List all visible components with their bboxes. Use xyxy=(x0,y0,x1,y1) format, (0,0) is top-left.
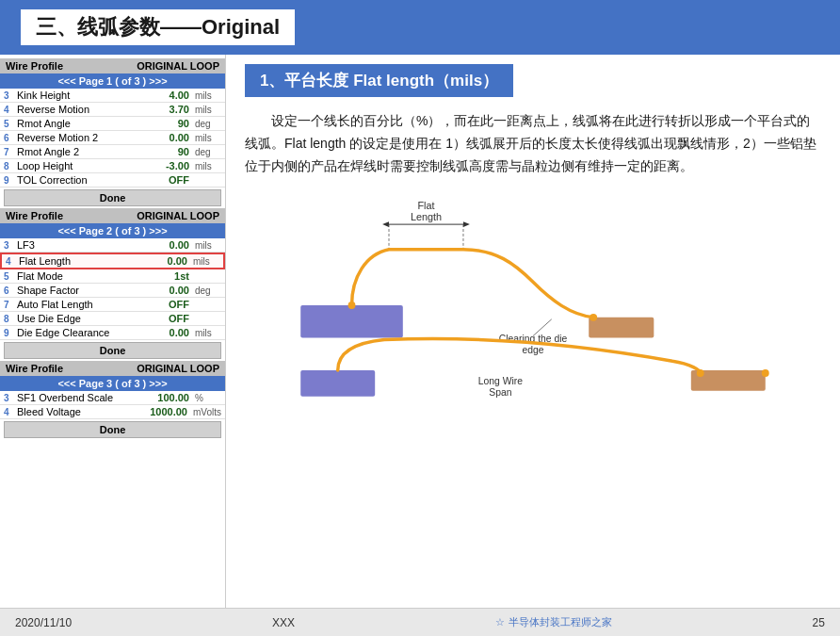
param-row-kink-height: 3 Kink Height 4.00 mils xyxy=(0,89,225,103)
section-header-2: Wire Profile ORIGINAL LOOP xyxy=(0,208,225,223)
diagram-area: Flat Length Clearing the die edge xyxy=(245,192,821,418)
logo-icon: ☆ xyxy=(495,616,505,628)
svg-rect-12 xyxy=(300,370,375,397)
section-header-label-2: Wire Profile xyxy=(6,210,63,221)
svg-point-19 xyxy=(590,314,597,321)
page-nav-1[interactable]: <<< Page 1 ( of 3 ) >>> xyxy=(0,73,225,89)
footer-label: XXX xyxy=(272,616,295,629)
description-text: 设定一个线长的百分比（%），而在此一距离点上，线弧将在此进行转折以形成一个平台式… xyxy=(245,110,821,177)
section-header-value-2: ORIGINAL LOOP xyxy=(137,210,219,221)
right-panel: 1、平台长度 Flat length（mils） 设定一个线长的百分比（%），而… xyxy=(226,55,840,611)
done-button-2[interactable]: Done xyxy=(4,342,221,359)
wire-profile-section-3: Wire Profile ORIGINAL LOOP <<< Page 3 ( … xyxy=(0,361,225,438)
svg-marker-3 xyxy=(382,222,389,228)
footer-date: 2020/11/10 xyxy=(15,616,72,629)
param-row-rmot-angle-2: 7 Rmot Angle 2 90 deg xyxy=(0,145,225,159)
section-title: 1、平台长度 Flat length（mils） xyxy=(245,64,513,97)
section-header-value-3: ORIGINAL LOOP xyxy=(137,363,219,374)
svg-rect-8 xyxy=(589,318,654,338)
param-row-rmot-angle: 5 Rmot Angle 90 deg xyxy=(0,117,225,131)
section-header-label-1: Wire Profile xyxy=(6,60,63,72)
svg-text:Span: Span xyxy=(489,387,511,398)
param-row-bleed-voltage: 4 Bleed Voltage 1000.00 mVolts xyxy=(0,405,225,419)
param-row-die-edge-clearance: 9 Die Edge Clearance 0.00 mils xyxy=(0,326,225,340)
done-button-1[interactable]: Done xyxy=(4,189,221,206)
svg-text:Long Wire: Long Wire xyxy=(478,376,523,386)
param-row-sf1-overbend: 3 SF1 Overbend Scale 100.00 % xyxy=(0,391,225,405)
param-row-shape-factor: 6 Shape Factor 0.00 deg xyxy=(0,284,225,298)
wire-profile-section-2: Wire Profile ORIGINAL LOOP <<< Page 2 ( … xyxy=(0,208,225,359)
section-header-3: Wire Profile ORIGINAL LOOP xyxy=(0,361,225,376)
section-header-1: Wire Profile ORIGINAL LOOP xyxy=(0,58,225,73)
param-row-lf3: 3 LF3 0.00 mils xyxy=(0,238,225,253)
footer-logo: ☆ 半导体封装工程师之家 xyxy=(495,615,612,629)
left-panel: Wire Profile ORIGINAL LOOP <<< Page 1 ( … xyxy=(0,55,226,611)
param-row-auto-flat-length: 7 Auto Flat Length OFF xyxy=(0,298,225,312)
page-title: 三、线弧参数——Original xyxy=(36,15,280,39)
page-nav-2[interactable]: <<< Page 2 ( of 3 ) >>> xyxy=(0,223,225,238)
page-header: 三、线弧参数——Original xyxy=(0,0,840,55)
param-row-loop-height: 8 Loop Height -3.00 mils xyxy=(0,159,225,173)
logo-text: 半导体封装工程师之家 xyxy=(509,615,612,629)
svg-point-18 xyxy=(348,302,356,309)
page-footer: 2020/11/10 XXX ☆ 半导体封装工程师之家 25 xyxy=(0,608,840,636)
wire-diagram: Flat Length Clearing the die edge xyxy=(245,192,821,418)
footer-page: 25 xyxy=(813,616,825,629)
svg-rect-7 xyxy=(300,305,403,338)
param-row-flat-mode: 5 Flat Mode 1st xyxy=(0,269,225,284)
title-box: 三、线弧参数——Original xyxy=(19,8,297,47)
wire-profile-section-1: Wire Profile ORIGINAL LOOP <<< Page 1 ( … xyxy=(0,58,225,206)
section-header-value-1: ORIGINAL LOOP xyxy=(137,60,219,72)
main-content: Wire Profile ORIGINAL LOOP <<< Page 1 ( … xyxy=(0,55,840,611)
svg-point-14 xyxy=(697,370,704,378)
svg-text:Length: Length xyxy=(411,212,442,223)
param-row-tol-correction: 9 TOL Correction OFF xyxy=(0,173,225,188)
done-button-3[interactable]: Done xyxy=(4,421,221,438)
svg-point-15 xyxy=(762,370,769,378)
param-row-reverse-motion-2: 6 Reverse Motion 2 0.00 mils xyxy=(0,131,225,145)
param-row-use-die-edge: 8 Use Die Edge OFF xyxy=(0,312,225,326)
svg-text:Flat: Flat xyxy=(417,201,434,212)
param-row-reverse-motion: 4 Reverse Motion 3.70 mils xyxy=(0,103,225,117)
svg-marker-4 xyxy=(463,222,470,228)
page-nav-3[interactable]: <<< Page 3 ( of 3 ) >>> xyxy=(0,376,225,391)
svg-text:edge: edge xyxy=(522,346,543,356)
param-row-flat-length: 4 Flat Length 0.00 mils xyxy=(0,253,225,269)
section-header-label-3: Wire Profile xyxy=(6,363,63,374)
